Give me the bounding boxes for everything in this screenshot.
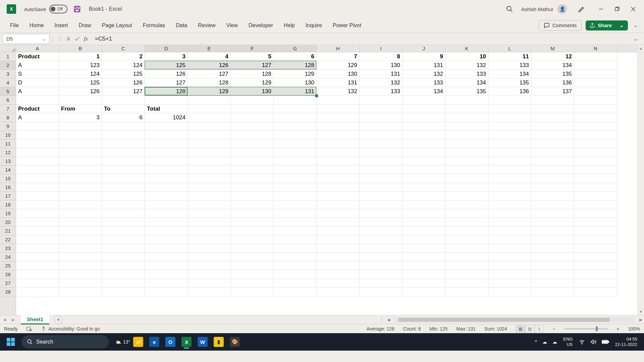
cell-K15[interactable] bbox=[445, 174, 488, 183]
cell-D10[interactable] bbox=[145, 131, 188, 139]
cell-J11[interactable] bbox=[402, 139, 445, 148]
cell-I3[interactable]: 131 bbox=[360, 70, 402, 78]
cell-F1[interactable]: 5 bbox=[231, 52, 274, 61]
scroll-up-icon[interactable]: ▲ bbox=[638, 45, 644, 52]
autosave-toggle[interactable]: Off bbox=[49, 5, 67, 13]
scroll-left-icon[interactable]: ◀ bbox=[385, 317, 392, 322]
cell-H26[interactable] bbox=[317, 270, 360, 279]
cell-A25[interactable] bbox=[16, 261, 59, 270]
cell-K10[interactable] bbox=[445, 131, 488, 139]
cell-F28[interactable] bbox=[231, 288, 274, 296]
cell-D25[interactable] bbox=[145, 261, 188, 270]
cell-E16[interactable] bbox=[188, 183, 231, 192]
tray-battery-icon[interactable] bbox=[599, 340, 612, 344]
cell-C20[interactable] bbox=[102, 218, 145, 227]
cell-G25[interactable] bbox=[274, 261, 317, 270]
zoom-level[interactable]: 100% bbox=[628, 326, 640, 331]
cell-A20[interactable] bbox=[16, 218, 59, 227]
cell-I22[interactable] bbox=[360, 235, 402, 244]
cell-M28[interactable] bbox=[531, 288, 574, 296]
collapse-ribbon-icon[interactable]: ⌄ bbox=[631, 22, 639, 28]
row-header-19[interactable]: 19 bbox=[0, 209, 16, 218]
cell-L15[interactable] bbox=[488, 174, 531, 183]
tray-overflow-icon[interactable]: ^ bbox=[532, 339, 540, 345]
tab-developer[interactable]: Developer bbox=[243, 19, 278, 32]
cell-L16[interactable] bbox=[488, 183, 531, 192]
cell-L22[interactable] bbox=[488, 235, 531, 244]
tab-home[interactable]: Home bbox=[24, 19, 49, 32]
cell-K9[interactable] bbox=[445, 122, 488, 131]
name-box[interactable]: D5 ⌄ bbox=[3, 34, 50, 44]
task-edge[interactable]: e bbox=[147, 335, 162, 349]
col-header-D[interactable]: D bbox=[145, 45, 188, 52]
cell-L12[interactable] bbox=[488, 148, 531, 157]
cell-J24[interactable] bbox=[402, 253, 445, 261]
cell-I4[interactable]: 132 bbox=[360, 78, 402, 87]
cell-A17[interactable] bbox=[16, 192, 59, 200]
cell-D4[interactable]: 127 bbox=[145, 78, 188, 87]
cell-I2[interactable]: 130 bbox=[360, 61, 402, 70]
cell-H10[interactable] bbox=[317, 131, 360, 139]
cell-N15[interactable] bbox=[574, 174, 617, 183]
cell-K16[interactable] bbox=[445, 183, 488, 192]
cell-C5[interactable]: 127 bbox=[102, 87, 145, 96]
cell-I10[interactable] bbox=[360, 131, 402, 139]
zoom-out-button[interactable]: − bbox=[553, 326, 555, 331]
cell-H21[interactable] bbox=[317, 227, 360, 235]
cell-D21[interactable] bbox=[145, 227, 188, 235]
cell-M9[interactable] bbox=[531, 122, 574, 131]
cell-N4[interactable] bbox=[574, 78, 617, 87]
cell-G27[interactable] bbox=[274, 279, 317, 288]
row-header-10[interactable]: 10 bbox=[0, 131, 16, 139]
page-layout-view-button[interactable]: ▤ bbox=[525, 325, 535, 333]
cell-B15[interactable] bbox=[59, 174, 102, 183]
cell-G4[interactable]: 130 bbox=[274, 78, 317, 87]
cell-D27[interactable] bbox=[145, 279, 188, 288]
cell-J21[interactable] bbox=[402, 227, 445, 235]
cell-E18[interactable] bbox=[188, 200, 231, 209]
chevron-down-icon[interactable]: ⌄ bbox=[42, 36, 46, 42]
cell-J8[interactable] bbox=[402, 113, 445, 122]
page-break-view-button[interactable]: ⫿ bbox=[535, 325, 544, 333]
cell-F26[interactable] bbox=[231, 270, 274, 279]
scroll-right-icon[interactable]: ▶ bbox=[637, 317, 644, 322]
expand-formula-bar-icon[interactable]: ⌄ bbox=[633, 36, 641, 42]
tab-power-pivot[interactable]: Power Pivot bbox=[327, 19, 367, 32]
cell-B1[interactable]: 1 bbox=[59, 52, 102, 61]
cell-D14[interactable] bbox=[145, 166, 188, 174]
tab-formulas[interactable]: Formulas bbox=[138, 19, 171, 32]
cell-M16[interactable] bbox=[531, 183, 574, 192]
cell-E24[interactable] bbox=[188, 253, 231, 261]
cell-G26[interactable] bbox=[274, 270, 317, 279]
cell-D7[interactable]: Total bbox=[145, 105, 188, 113]
cell-I26[interactable] bbox=[360, 270, 402, 279]
cell-H27[interactable] bbox=[317, 279, 360, 288]
cell-J14[interactable] bbox=[402, 166, 445, 174]
cell-J28[interactable] bbox=[402, 288, 445, 296]
cell-F5[interactable]: 130 bbox=[231, 87, 274, 96]
cell-F2[interactable]: 127 bbox=[231, 61, 274, 70]
row-header-2[interactable]: 2 bbox=[0, 61, 16, 70]
tab-page-layout[interactable]: Page Layout bbox=[97, 19, 138, 32]
cell-J20[interactable] bbox=[402, 218, 445, 227]
row-header-26[interactable]: 26 bbox=[0, 270, 16, 279]
cell-K3[interactable]: 133 bbox=[445, 70, 488, 78]
cell-L10[interactable] bbox=[488, 131, 531, 139]
cell-M11[interactable] bbox=[531, 139, 574, 148]
cell-F24[interactable] bbox=[231, 253, 274, 261]
cell-A16[interactable] bbox=[16, 183, 59, 192]
cell-N3[interactable] bbox=[574, 70, 617, 78]
cell-D9[interactable] bbox=[145, 122, 188, 131]
cell-F17[interactable] bbox=[231, 192, 274, 200]
cell-C1[interactable]: 2 bbox=[102, 52, 145, 61]
cell-F10[interactable] bbox=[231, 131, 274, 139]
cell-J17[interactable] bbox=[402, 192, 445, 200]
cell-I11[interactable] bbox=[360, 139, 402, 148]
cell-H5[interactable]: 132 bbox=[317, 87, 360, 96]
cell-I16[interactable] bbox=[360, 183, 402, 192]
cell-N11[interactable] bbox=[574, 139, 617, 148]
maximize-button[interactable] bbox=[609, 2, 625, 16]
cell-G15[interactable] bbox=[274, 174, 317, 183]
cell-I18[interactable] bbox=[360, 200, 402, 209]
cell-A6[interactable] bbox=[16, 96, 59, 105]
